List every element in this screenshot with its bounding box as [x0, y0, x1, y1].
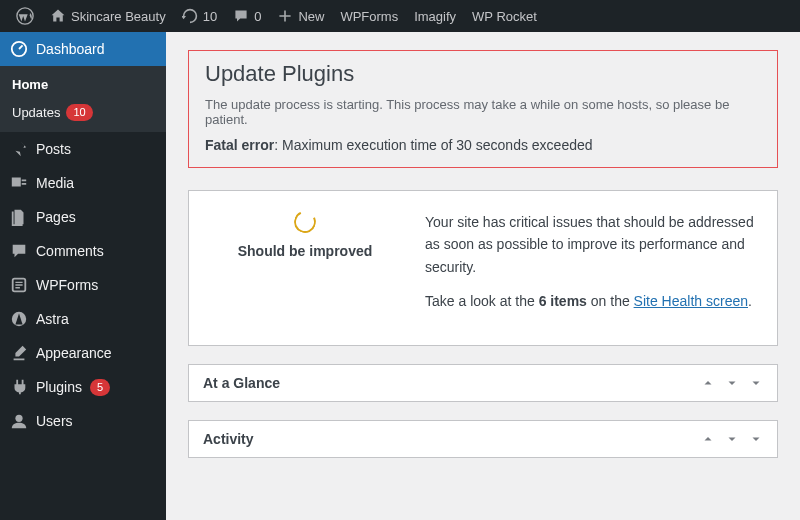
topbar-wpforms[interactable]: WPForms: [332, 0, 406, 32]
admin-sidebar: Dashboard Home Updates10 Posts Media Pag…: [0, 32, 166, 520]
page-icon: [10, 208, 28, 226]
health-description: Your site has critical issues that shoul…: [425, 211, 761, 325]
sidebar-item-users[interactable]: Users: [0, 404, 166, 438]
health-progress-icon: [291, 208, 319, 236]
updates-badge: 10: [66, 104, 92, 121]
move-down-icon[interactable]: [725, 432, 739, 446]
sidebar-item-posts[interactable]: Posts: [0, 132, 166, 166]
sidebar-item-label: Dashboard: [36, 41, 105, 57]
site-health-link[interactable]: Site Health screen: [634, 293, 748, 309]
sidebar-item-dashboard[interactable]: Dashboard: [0, 32, 166, 66]
sidebar-item-pages[interactable]: Pages: [0, 200, 166, 234]
health-status: Should be improved: [205, 211, 405, 325]
move-up-icon[interactable]: [701, 432, 715, 446]
comment-icon: [10, 242, 28, 260]
fatal-error: Fatal error: Maximum execution time of 3…: [205, 137, 761, 153]
astra-icon: [10, 310, 28, 328]
media-icon: [10, 174, 28, 192]
toggle-icon[interactable]: [749, 376, 763, 390]
sidebar-item-comments[interactable]: Comments: [0, 234, 166, 268]
sidebar-item-wpforms[interactable]: WPForms: [0, 268, 166, 302]
sidebar-item-astra[interactable]: Astra: [0, 302, 166, 336]
topbar-comments[interactable]: 0: [225, 0, 269, 32]
topbar-imagify[interactable]: Imagify: [406, 0, 464, 32]
sidebar-item-media[interactable]: Media: [0, 166, 166, 200]
dashboard-icon: [10, 40, 28, 58]
move-up-icon[interactable]: [701, 376, 715, 390]
panel-title: Activity: [203, 431, 254, 447]
wp-logo[interactable]: [8, 0, 42, 32]
plug-icon: [10, 378, 28, 396]
user-icon: [10, 412, 28, 430]
sidebar-item-appearance[interactable]: Appearance: [0, 336, 166, 370]
main-content: Update Plugins The update process is sta…: [166, 32, 800, 520]
update-error-box: Update Plugins The update process is sta…: [188, 50, 778, 168]
at-a-glance-panel: At a Glance: [188, 364, 778, 402]
site-health-panel: Should be improved Your site has critica…: [188, 190, 778, 346]
pin-icon: [10, 140, 28, 158]
admin-topbar: Skincare Beauty 10 0 New WPForms Imagify…: [0, 0, 800, 32]
dashboard-submenu: Home Updates10: [0, 66, 166, 132]
form-icon: [10, 276, 28, 294]
svg-point-4: [15, 415, 22, 422]
activity-panel: Activity: [188, 420, 778, 458]
topbar-wprocket[interactable]: WP Rocket: [464, 0, 545, 32]
toggle-icon[interactable]: [749, 432, 763, 446]
panel-title: At a Glance: [203, 375, 280, 391]
submenu-home[interactable]: Home: [0, 71, 166, 98]
update-message: The update process is starting. This pro…: [205, 97, 761, 127]
page-title: Update Plugins: [205, 61, 761, 87]
site-link[interactable]: Skincare Beauty: [42, 0, 174, 32]
move-down-icon[interactable]: [725, 376, 739, 390]
topbar-updates[interactable]: 10: [174, 0, 225, 32]
sidebar-item-plugins[interactable]: Plugins5: [0, 370, 166, 404]
plugins-badge: 5: [90, 379, 110, 396]
submenu-updates[interactable]: Updates10: [0, 98, 166, 127]
topbar-new[interactable]: New: [269, 0, 332, 32]
brush-icon: [10, 344, 28, 362]
